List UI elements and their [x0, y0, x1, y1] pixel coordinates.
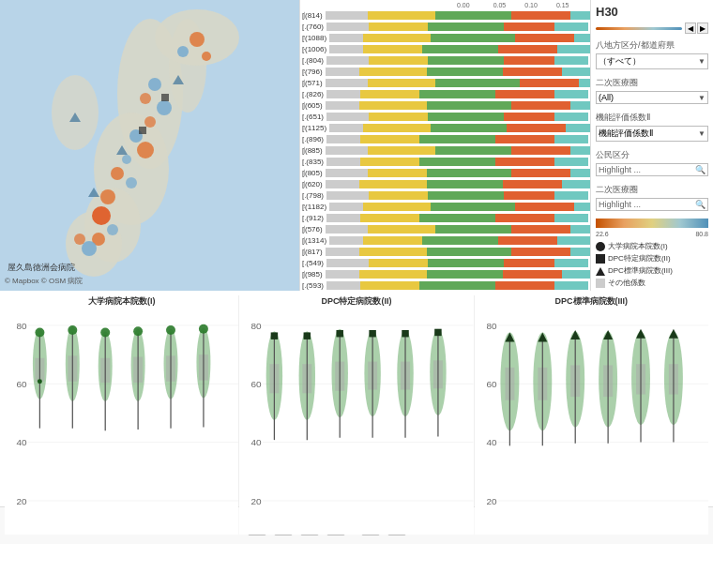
bar-segment	[511, 225, 570, 234]
bar-num: (620)	[305, 180, 326, 188]
bar-row: [学]九州大学病院(1182)	[302, 202, 588, 212]
svg-point-13	[157, 100, 172, 115]
svg-marker-124	[636, 329, 645, 339]
bar-chart-area[interactable]: 0.00 0.05 0.10 0.15 [国大]長崎大学病院(814)[公大]和…	[300, 0, 591, 291]
svg-text:20: 20	[16, 496, 27, 506]
chart2-violin: 80 60 40 20	[239, 310, 473, 535]
secondary-highlight-input[interactable]: Highlight ... 🔍	[596, 198, 708, 211]
bar-segment	[554, 259, 588, 267]
svg-rect-96	[435, 329, 442, 336]
bar-segment	[326, 135, 360, 143]
function-coeff-select[interactable]: 機能評価係数Ⅱ ▼	[596, 126, 708, 142]
bar-segment	[504, 23, 554, 31]
legend-container: 大学病院本院数(I)DPC特定病院数(II)DPC標準病院数(III)その他係数…	[596, 241, 708, 291]
bar-num: (804)	[306, 56, 326, 65]
svg-rect-80	[304, 332, 311, 339]
bar-segment	[419, 135, 495, 143]
bar-segment	[495, 158, 554, 166]
bar-row: [国大]徳島大学病院(593)	[302, 280, 588, 291]
right-panel: H30 ◀ ▶ 八地方区分/都道府県 （すべて） ▼ 二次医療圈	[591, 0, 713, 291]
bar-segment	[368, 11, 435, 20]
bar-row: [国大]宮崎大学病院(620)	[302, 179, 588, 189]
bar-segment	[326, 214, 360, 222]
svg-rect-88	[370, 330, 376, 337]
bar-segment	[419, 214, 495, 222]
bar-num: (571)	[305, 79, 326, 87]
bar-num: (593)	[306, 281, 326, 290]
svg-point-19	[126, 177, 137, 188]
bar-segment	[368, 79, 435, 87]
bar-segment	[368, 146, 435, 155]
bar-segment	[428, 113, 504, 121]
bar-segment	[562, 68, 591, 76]
bar-segment	[520, 79, 579, 87]
bar-segment	[359, 101, 427, 110]
map-attribution: © Mapbox © OSM 病院	[5, 276, 83, 286]
bar-segment	[562, 180, 591, 188]
chart1-title: 大学病院本院数(I)	[88, 295, 156, 308]
bar-vis	[329, 45, 591, 53]
bar-num: (651)	[306, 113, 326, 121]
map-area[interactable]: 屋久島徳洲会病院 © Mapbox © OSM 病院	[0, 0, 300, 291]
bar-segment	[363, 236, 422, 245]
svg-text:60: 60	[251, 379, 263, 389]
bar-segment	[329, 34, 363, 42]
bar-segment	[326, 270, 359, 279]
bar-segment	[369, 113, 428, 121]
svg-point-20	[100, 189, 115, 204]
slider-fwd-btn[interactable]: ▶	[697, 23, 708, 34]
function-coeff-value: 機能評価係数Ⅱ	[599, 128, 653, 140]
bar-vis	[329, 124, 591, 132]
bar-segment	[515, 34, 574, 42]
secondary-search-icon: 🔍	[695, 200, 705, 209]
region-select[interactable]: （すべて） ▼	[596, 53, 708, 69]
charts-row: 大学病院本院数(I) 80 60 40 20	[0, 291, 713, 506]
bar-row: [公大]奈良県立医大(826)	[302, 89, 588, 99]
legend-icon	[596, 242, 605, 251]
bar-vis	[329, 236, 591, 245]
bar-segment	[554, 158, 588, 166]
secondary-highlight-text: Highlight ...	[599, 200, 695, 209]
bar-segment	[326, 146, 368, 155]
bar-segment	[427, 248, 511, 256]
secondary-care-select[interactable]: (All) ▼	[596, 91, 708, 104]
bar-segment	[368, 225, 435, 234]
svg-rect-84	[337, 330, 343, 337]
bar-segment	[435, 225, 511, 234]
bar-segment	[495, 90, 554, 98]
bar-row: [国大]島根大学病院(549)	[302, 258, 588, 268]
region-select-value: （すべて）	[599, 55, 641, 68]
bar-rows-container: [国大]長崎大学病院(814)[公大]和歌山医科大(760)[学]岩手医科大学院…	[302, 10, 588, 291]
svg-point-10	[202, 52, 211, 61]
function-coeff-dropdown-icon: ▼	[698, 129, 705, 138]
bar-segment	[511, 11, 570, 20]
secondary-highlight-label: 二次医療圈	[596, 184, 708, 196]
chart3-title: DPC標準病院数(III)	[555, 295, 629, 308]
bar-segment	[574, 203, 591, 211]
svg-rect-30	[161, 94, 169, 101]
bar-num: (835)	[306, 158, 326, 166]
chart1-violin: 80 60 40 20	[5, 310, 238, 535]
gradient-max: 80.8	[695, 231, 708, 237]
bar-num: (760)	[306, 23, 326, 31]
legend-item: DPC特定病院数(II)	[596, 253, 708, 264]
bar-vis	[326, 113, 588, 121]
bar-segment	[359, 248, 427, 256]
bar-row: [国大]東京女子医大(1314)	[302, 235, 588, 246]
bar-segment	[435, 11, 511, 20]
public-highlight-input[interactable]: Highlight ... 🔍	[596, 163, 708, 176]
bar-chart-inner: 0.00 0.05 0.10 0.15 [国大]長崎大学病院(814)[公大]和…	[300, 0, 590, 291]
bar-num: (1182)	[305, 203, 329, 211]
bar-vis	[326, 79, 591, 87]
bar-segment	[363, 45, 422, 53]
chart-panel-3: DPC標準病院数(III) 80 60 40 20	[474, 295, 708, 506]
svg-text:20: 20	[486, 496, 497, 506]
map-hospital-label: 屋久島徳洲会病院	[8, 262, 75, 274]
chart-panel-2: DPC特定病院数(II) 80 60 40 20	[238, 295, 473, 506]
bar-segment	[360, 135, 419, 143]
legend-item-label: DPC特定病院数(II)	[608, 253, 671, 264]
bar-segment	[570, 169, 591, 177]
bar-row: [国大]鳥取大学医学部(651)	[302, 112, 588, 122]
slider-back-btn[interactable]: ◀	[685, 23, 696, 34]
bar-segment	[369, 191, 428, 200]
